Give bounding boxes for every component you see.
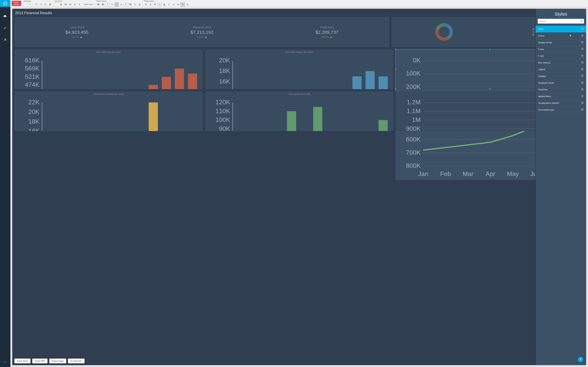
svg-text:Feb: Feb [440, 170, 451, 177]
svg-point-2 [30, 4, 31, 4]
publish-button[interactable]: Publish changes [12, 1, 21, 6]
toolbar-group-dashboard: Dashboard [22, 0, 53, 7]
styles-item-applied-filters[interactable]: Applied filters [536, 93, 586, 100]
styles-item-visualizations-selector[interactable]: Visualizations selector [536, 100, 586, 106]
styles-item-legend[interactable]: Legend [536, 66, 586, 73]
collapse-rail-icon[interactable] [0, 360, 10, 364]
cloud-upload-icon[interactable] [3, 14, 7, 18]
chevron-right-circle-icon [581, 101, 584, 105]
tab-opt1[interactable] [59, 2, 63, 7]
svg-rect-9 [98, 4, 99, 4]
widget-lock-icon[interactable] [138, 2, 142, 7]
arrow-up-icon [205, 36, 207, 38]
chart-staff-costs[interactable]: Sum staff costs per month 0K47K95K142K19… [14, 49, 203, 89]
header-fontsize-value[interactable] [157, 3, 162, 6]
resize-handle[interactable] [489, 89, 491, 90]
styles-item-colors[interactable]: Colors [536, 33, 586, 39]
search-icon [581, 20, 583, 23]
share-button[interactable] [28, 2, 32, 7]
widget-table-icon[interactable] [101, 2, 105, 7]
widget-number-1[interactable] [105, 3, 110, 6]
styles-item-decompose-type[interactable]: Decompose type [536, 106, 586, 113]
svg-text:20K: 20K [219, 57, 230, 64]
export-image-button[interactable]: Export Image [49, 359, 66, 363]
chevron-right-circle-icon [581, 88, 584, 91]
svg-text:1M: 1M [412, 116, 421, 123]
resize-handle[interactable] [395, 49, 396, 50]
svg-point-1 [29, 4, 30, 5]
styles-item-x-axis[interactable]: X axis [536, 46, 586, 53]
align-left-button[interactable] [176, 2, 180, 7]
widget-copy-icon[interactable] [128, 2, 133, 7]
widget-opt-a[interactable] [110, 2, 114, 7]
resize-handle[interactable] [395, 89, 396, 90]
chart-bank-charges[interactable]: Sum bank charges per month 0K2K4K6K8K10K… [205, 49, 394, 89]
resize-handle[interactable] [395, 69, 396, 70]
svg-rect-88 [379, 76, 388, 89]
canvas[interactable]: 2013 Financial Results Costs 2013 $4,923… [10, 7, 588, 367]
styles-item-display-format[interactable]: Display format [536, 39, 586, 46]
svg-rect-6 [65, 4, 67, 5]
tab-opt2[interactable] [64, 2, 68, 7]
svg-text:700K: 700K [406, 149, 421, 156]
tab-font-button[interactable] [77, 2, 82, 7]
align-right-button[interactable] [185, 2, 190, 7]
tab-font-name[interactable]: Open Sans [83, 3, 94, 6]
svg-text:18K: 18K [219, 67, 230, 74]
svg-point-231 [581, 88, 583, 90]
svg-point-224 [581, 41, 583, 43]
widget-opt-b[interactable] [119, 2, 123, 7]
add-widget-button[interactable] [23, 2, 27, 7]
export-pdf-button[interactable]: Export PDF [32, 359, 47, 363]
brush-button[interactable] [43, 2, 48, 7]
underline-button[interactable] [171, 2, 176, 7]
resize-handle[interactable] [489, 49, 491, 50]
export-excel-button[interactable]: Export Excel [14, 359, 30, 363]
styles-item-chart[interactable]: Chart [536, 26, 586, 33]
svg-rect-47 [149, 85, 158, 89]
svg-text:Jan: Jan [418, 170, 428, 177]
kpi-costs: Costs 2013 $4,923,455 116.7% [65, 26, 88, 38]
styles-item-displayed-values[interactable]: Displayed values [536, 80, 586, 86]
back-button[interactable] [0, 0, 10, 7]
italic-button[interactable] [167, 2, 171, 7]
align-center-button[interactable] [181, 2, 185, 7]
chart-costs-goods[interactable]: Costs goods per month 0K10K20K30K40K50K6… [205, 91, 394, 131]
header-textcolor-icon[interactable] [148, 2, 153, 7]
arrow-up-icon [330, 36, 332, 38]
widget-fill-icon[interactable] [133, 2, 137, 7]
svg-point-3 [30, 5, 31, 5]
bold-button[interactable] [162, 2, 166, 7]
layout-button[interactable] [48, 2, 52, 7]
help-button[interactable]: ? [578, 357, 583, 362]
kpi-widget[interactable]: Costs 2013 $4,923,455 116.7% Revenue 201… [14, 17, 389, 47]
svg-text:900K: 900K [406, 125, 421, 131]
svg-text:120K: 120K [216, 99, 230, 106]
toolbar-group-label: Dashboard [23, 0, 52, 2]
chart-commission[interactable]: Commission Payable per month 0K2K4K6K8K1… [14, 91, 203, 131]
tab-fullscreen-button[interactable] [54, 2, 59, 7]
fullscreen-button[interactable]: Go fullscreen [68, 359, 85, 363]
header-fill-icon[interactable] [144, 2, 148, 7]
widget-grid-icon[interactable] [96, 2, 100, 7]
widget-number-2[interactable] [124, 3, 128, 6]
redo-button[interactable] [39, 2, 43, 7]
styles-item-row-selector[interactable]: Row selector [536, 59, 586, 66]
svg-rect-15 [130, 4, 131, 5]
tab-color-button[interactable] [73, 2, 77, 7]
styles-search-input[interactable] [538, 19, 584, 24]
toolbar-group-header: Widget header [143, 0, 190, 7]
widget-border-button[interactable] [114, 2, 119, 7]
tab-opt3[interactable] [68, 2, 72, 7]
styles-title: Styles [536, 9, 586, 19]
svg-text:90K: 90K [219, 125, 230, 131]
styles-item-datatips[interactable]: Datatips [536, 73, 586, 80]
header-fontsize-icon[interactable] [153, 2, 157, 7]
styles-item-trend-line[interactable]: Trend line [536, 86, 586, 93]
undo-button[interactable] [34, 2, 39, 7]
svg-text:20K: 20K [28, 108, 40, 115]
tools-icon[interactable] [3, 37, 7, 42]
chart-line-icon[interactable] [3, 26, 7, 30]
svg-point-222 [581, 28, 583, 30]
styles-item-y-axis[interactable]: Y axis [536, 53, 586, 59]
